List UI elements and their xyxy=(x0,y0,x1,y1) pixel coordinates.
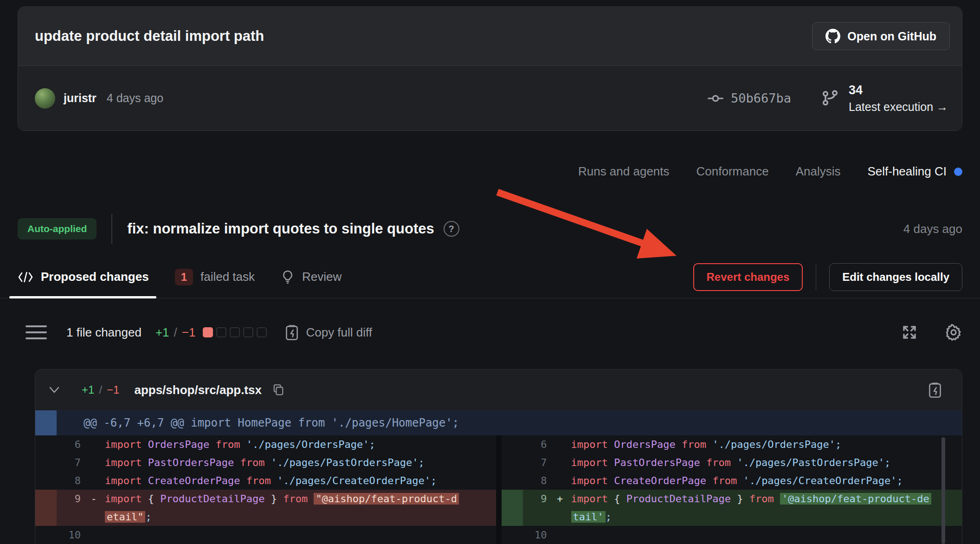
diff-line: 8import CreateOrderPage from './pages/Cr… xyxy=(502,472,962,490)
tab-review-label: Review xyxy=(302,270,342,284)
commit-time: 4 days ago xyxy=(107,91,163,105)
run-count: 34 xyxy=(849,83,863,97)
diff-pane-old: 6import OrdersPage from './pages/OrdersP… xyxy=(35,435,496,544)
commit-meta: 50b667ba 34 Latest execution → xyxy=(707,87,948,110)
commit-sha-wrap[interactable]: 50b667ba xyxy=(707,87,791,110)
copy-full-diff-button[interactable]: Copy full diff xyxy=(284,324,372,341)
tabs: Proposed changes 1 failed task Review xyxy=(18,256,342,298)
tab-proposed-changes[interactable]: Proposed changes xyxy=(18,256,149,298)
divider xyxy=(111,214,112,244)
clipboard-icon xyxy=(284,324,299,341)
lightbulb-icon xyxy=(281,270,295,285)
diff-line: tail'; xyxy=(502,508,962,526)
file-stats: +1 / −1 xyxy=(82,383,119,396)
files-changed-label: 1 file changed xyxy=(66,325,142,340)
nav-runs-and-agents[interactable]: Runs and agents xyxy=(578,164,670,179)
diff-line: 9+import { ProductDetailPage } from '@ai… xyxy=(502,490,962,508)
hunk-accent xyxy=(35,410,57,435)
latest-execution-group: 34 Latest execution → xyxy=(849,83,948,114)
commit-sha: 50b667ba xyxy=(731,91,791,105)
edit-changes-locally-button[interactable]: Edit changes locally xyxy=(829,263,962,291)
diff-line: 7import PastOrdersPage from './pages/Pas… xyxy=(35,453,496,472)
fix-time: 4 days ago xyxy=(903,222,962,236)
tabs-bar: Proposed changes 1 failed task Review Re… xyxy=(0,256,980,298)
nav-self-healing-ci-label: Self-healing CI xyxy=(867,164,947,179)
auto-applied-badge: Auto-applied xyxy=(18,218,97,240)
hunk-text: @@ -6,7 +6,7 @@ import HomePage from './… xyxy=(57,410,459,435)
nav-self-healing-ci[interactable]: Self-healing CI xyxy=(867,164,962,179)
diff-line: 8import CreateOrderPage from './pages/Cr… xyxy=(35,472,496,490)
code-icon xyxy=(18,271,33,283)
author-name: juristr xyxy=(64,91,97,105)
diff-line: 10 xyxy=(502,526,962,544)
additions-count: +1 xyxy=(155,325,169,340)
scrollbar[interactable] xyxy=(941,437,945,544)
help-icon[interactable]: ? xyxy=(444,221,459,237)
file-diff-header: +1 / −1 apps/shop/src/app.tsx xyxy=(35,369,962,410)
section-nav: Runs and agents Conformance Analysis Sel… xyxy=(18,164,962,179)
failed-count-badge: 1 xyxy=(175,269,193,285)
divider xyxy=(816,264,816,290)
diff-panes: 6import OrdersPage from './pages/OrdersP… xyxy=(35,435,962,544)
commit-author: juristr 4 days ago xyxy=(35,88,163,109)
tab-failed-task-label: failed task xyxy=(200,270,255,284)
copy-full-diff-label: Copy full diff xyxy=(306,325,372,340)
diff-line: etail"; xyxy=(35,508,496,526)
diff-line: 7import PastOrdersPage from './pages/Pas… xyxy=(502,453,962,472)
diff-line: 10 xyxy=(35,526,496,544)
copy-path-icon[interactable] xyxy=(272,383,285,397)
commit-card: update product detail import path Open o… xyxy=(18,6,962,131)
diff-toolbar: 1 file changed +1 / −1 Copy full diff xyxy=(18,324,962,341)
avatar[interactable] xyxy=(35,88,55,109)
open-on-github-label: Open on GitHub xyxy=(847,30,936,43)
diff-pane-new: 6import OrdersPage from './pages/OrdersP… xyxy=(502,435,962,544)
tab-failed-task[interactable]: 1 failed task xyxy=(175,256,255,298)
gear-icon[interactable] xyxy=(945,324,962,341)
diff-line: 6import OrdersPage from './pages/OrdersP… xyxy=(35,435,496,453)
nav-analysis[interactable]: Analysis xyxy=(796,164,841,179)
chevron-down-icon[interactable] xyxy=(47,385,61,395)
diff-stats: +1 / −1 xyxy=(155,325,196,340)
run-info: 34 Latest execution → xyxy=(821,87,948,110)
tab-review[interactable]: Review xyxy=(281,256,342,298)
file-diff-card: +1 / −1 apps/shop/src/app.tsx @@ -6,7 +6… xyxy=(35,369,962,544)
nav-conformance[interactable]: Conformance xyxy=(696,164,769,179)
commit-meta-row: juristr 4 days ago 50b667ba 34 Latest ex… xyxy=(18,65,962,130)
diff-line: 6import OrdersPage from './pages/OrdersP… xyxy=(502,435,962,453)
expand-icon[interactable] xyxy=(901,324,918,341)
diff-line: 9-import { ProductDetailPage } from "@ai… xyxy=(35,490,496,508)
revert-changes-button[interactable]: Revert changes xyxy=(693,263,803,291)
deletions-count: −1 xyxy=(182,325,196,340)
file-path: apps/shop/src/app.tsx xyxy=(134,383,262,397)
fix-title: fix: normalize import quotes to single q… xyxy=(127,220,434,237)
commit-icon xyxy=(707,90,724,107)
open-on-github-button[interactable]: Open on GitHub xyxy=(812,22,950,50)
diff-ratio-squares xyxy=(203,327,267,337)
page-title: update product detail import path xyxy=(35,28,264,45)
github-icon xyxy=(825,29,840,44)
fix-header: Auto-applied fix: normalize import quote… xyxy=(18,214,962,244)
latest-execution-link[interactable]: Latest execution → xyxy=(849,100,948,114)
tab-proposed-changes-label: Proposed changes xyxy=(41,270,149,284)
active-dot-icon xyxy=(954,168,962,176)
toolbar-right xyxy=(901,324,962,341)
menu-icon[interactable] xyxy=(26,325,47,339)
copy-file-diff-icon[interactable] xyxy=(928,382,942,398)
fix-actions: Revert changes Edit changes locally xyxy=(693,263,963,291)
hunk-header: @@ -6,7 +6,7 @@ import HomePage from './… xyxy=(35,410,962,435)
branch-icon xyxy=(821,89,839,108)
commit-title-row: update product detail import path Open o… xyxy=(18,7,962,65)
